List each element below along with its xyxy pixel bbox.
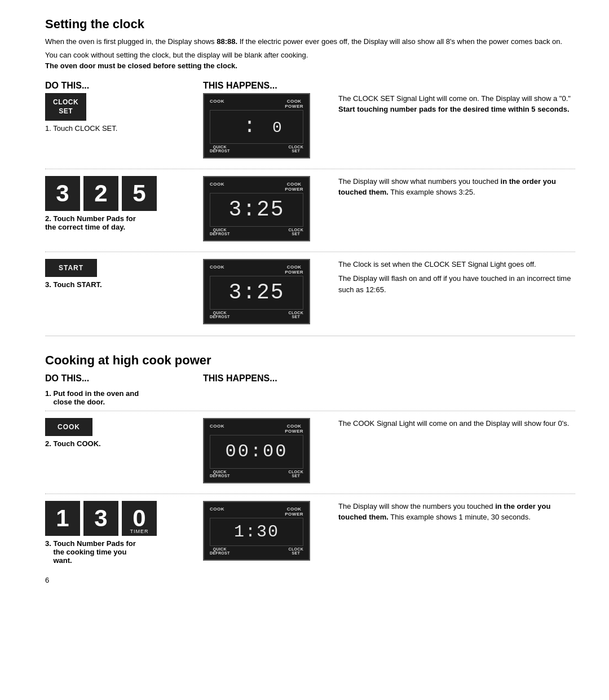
cook-mw2-top-labels: COOK COOKPOWER	[210, 424, 303, 434]
cooking-title: Cooking at high cook power	[45, 353, 575, 368]
cook-numpad-0[interactable]: 0 TIMER	[122, 501, 157, 536]
step2-desc: The Display will show what numbers you t…	[327, 176, 575, 198]
cook-step2-desc: The COOK Signal Light will come on and t…	[327, 418, 575, 429]
numpad-3[interactable]: 3	[45, 176, 80, 211]
step2-mw-display: 3:25	[210, 193, 303, 227]
mw3-top-labels: COOK COOKPOWER	[210, 265, 303, 275]
step2-label: 2. Touch Number Pads forthe correct time…	[45, 214, 197, 231]
cook-step2-happens: COOK COOKPOWER 00:00 QUICKDEFROST CLOCKS…	[203, 418, 327, 483]
clock-column-headers: DO THIS... THIS HAPPENS...	[45, 81, 575, 91]
step2-3-divider	[45, 252, 575, 252]
step2-display: COOK COOKPOWER 3:25 QUICKDEFROST CLOCKSE…	[203, 176, 310, 241]
cook-step3-happens: COOK COOKPOWER 1:30 QUICKDEFROST CLOCKSE…	[203, 501, 327, 561]
cook-numpad-3[interactable]: 3	[83, 501, 118, 536]
step2-do: 3 2 5 2. Touch Number Pads forthe correc…	[45, 176, 203, 231]
step1-mw-display: : 0	[210, 110, 303, 144]
numpad-2[interactable]: 2	[83, 176, 118, 211]
clock-set-button-area: CLOCKSET	[45, 93, 197, 121]
cook-step-3: 1 3 0 TIMER 3. Touch Number Pads for the…	[45, 501, 575, 565]
cooking-column-headers: DO THIS... THIS HAPPENS...	[45, 373, 575, 384]
this-happens-header: THIS HAPPENS...	[203, 81, 327, 91]
step1-happens: COOK COOKPOWER : 0 QUICKDEFROST CLOCKSET	[203, 93, 327, 159]
cook-step-2: COOK 2. Touch COOK. COOK COOKPOWER 00:00…	[45, 418, 575, 483]
mw2-top-labels: COOK COOKPOWER	[210, 182, 303, 192]
cook-step2-mw-display: 00:00	[210, 435, 303, 469]
cook-step1-label: 1. Put food in the oven and close the do…	[45, 389, 197, 406]
start-button[interactable]: START	[45, 259, 97, 278]
step1-display: COOK COOKPOWER : 0 QUICKDEFROST CLOCKSET	[203, 93, 310, 159]
start-button-area: START	[45, 259, 197, 278]
cook-step-1: 1. Put food in the oven and close the do…	[45, 386, 575, 406]
step3-display: COOK COOKPOWER 3:25 QUICKDEFROST CLOCKSE…	[203, 259, 310, 324]
mw-bottom-labels: QUICKDEFROST CLOCKSET	[210, 145, 303, 153]
cook-mw2-bottom-labels: QUICKDEFROST CLOCKSET	[210, 470, 303, 478]
cooking-section: Cooking at high cook power DO THIS... TH…	[45, 353, 575, 565]
step1-2-divider	[45, 169, 575, 169]
step3-do: START 3. Touch START.	[45, 259, 203, 289]
step2-numpads: 3 2 5	[45, 176, 197, 211]
desc-header	[327, 81, 575, 91]
cook-mw3-top-labels: COOK COOKPOWER	[210, 507, 303, 517]
setting-clock-title: Setting the clock	[45, 17, 575, 32]
cook-button[interactable]: COOK	[45, 418, 92, 437]
cook-mw3-bottom-labels: QUICKDEFROST CLOCKSET	[210, 547, 303, 555]
cook-step1-do: 1. Put food in the oven and close the do…	[45, 386, 203, 406]
numpad-5[interactable]: 5	[122, 176, 157, 211]
step1-do: CLOCKSET 1. Touch CLOCK SET.	[45, 93, 203, 133]
cook-numpad-1[interactable]: 1	[45, 501, 80, 536]
cook-step3-label: 3. Touch Number Pads for the cooking tim…	[45, 539, 197, 565]
cooking-happens-header: THIS HAPPENS...	[203, 373, 327, 384]
mw2-bottom-labels: QUICKDEFROST CLOCKSET	[210, 228, 303, 236]
clock-step-3: START 3. Touch START. COOK COOKPOWER 3:2…	[45, 259, 575, 324]
intro-line1: When the oven is first plugged in, the D…	[45, 36, 575, 47]
step3-happens: COOK COOKPOWER 3:25 QUICKDEFROST CLOCKSE…	[203, 259, 327, 324]
cooking-desc-header	[327, 373, 575, 384]
page-number: 6	[45, 576, 575, 584]
cook-step2-do: COOK 2. Touch COOK.	[45, 418, 203, 448]
setting-clock-section: Setting the clock When the oven is first…	[45, 17, 575, 324]
cook-step3-mw-display: 1:30	[210, 518, 303, 546]
cook-step3-display: COOK COOKPOWER 1:30 QUICKDEFROST CLOCKSE…	[203, 501, 310, 561]
step2-happens: COOK COOKPOWER 3:25 QUICKDEFROST CLOCKSE…	[203, 176, 327, 241]
cook-step3-desc: The Display will show the numbers you to…	[327, 501, 575, 523]
section-divider	[45, 336, 575, 336]
clock-step-2: 3 2 5 2. Touch Number Pads forthe correc…	[45, 176, 575, 241]
cook-step3-numpads: 1 3 0 TIMER	[45, 501, 197, 536]
cook-step1-2-divider	[45, 411, 575, 411]
cook-step3-do: 1 3 0 TIMER 3. Touch Number Pads for the…	[45, 501, 203, 565]
cook-step2-display: COOK COOKPOWER 00:00 QUICKDEFROST CLOCKS…	[203, 418, 310, 483]
mw3-bottom-labels: QUICKDEFROST CLOCKSET	[210, 311, 303, 319]
clock-set-button[interactable]: CLOCKSET	[45, 93, 86, 121]
step3-mw-display: 3:25	[210, 276, 303, 310]
mw-top-labels: COOK COOKPOWER	[210, 99, 303, 109]
step1-label: 1. Touch CLOCK SET.	[45, 124, 197, 133]
cooking-do-header: DO THIS...	[45, 373, 203, 384]
cook-button-area: COOK	[45, 418, 197, 437]
clock-step-1: CLOCKSET 1. Touch CLOCK SET. COOK COOKPO…	[45, 93, 575, 159]
intro-line2: You can cook without setting the clock, …	[45, 50, 575, 72]
step3-label: 3. Touch START.	[45, 280, 197, 289]
do-this-header: DO THIS...	[45, 81, 203, 91]
cook-step2-3-divider	[45, 494, 575, 494]
cook-step2-label: 2. Touch COOK.	[45, 439, 197, 448]
step3-desc: The Clock is set when the CLOCK SET Sign…	[327, 259, 575, 296]
timer-label: TIMER	[122, 529, 157, 534]
step1-desc: The CLOCK SET Signal Light will come on.…	[327, 93, 575, 115]
